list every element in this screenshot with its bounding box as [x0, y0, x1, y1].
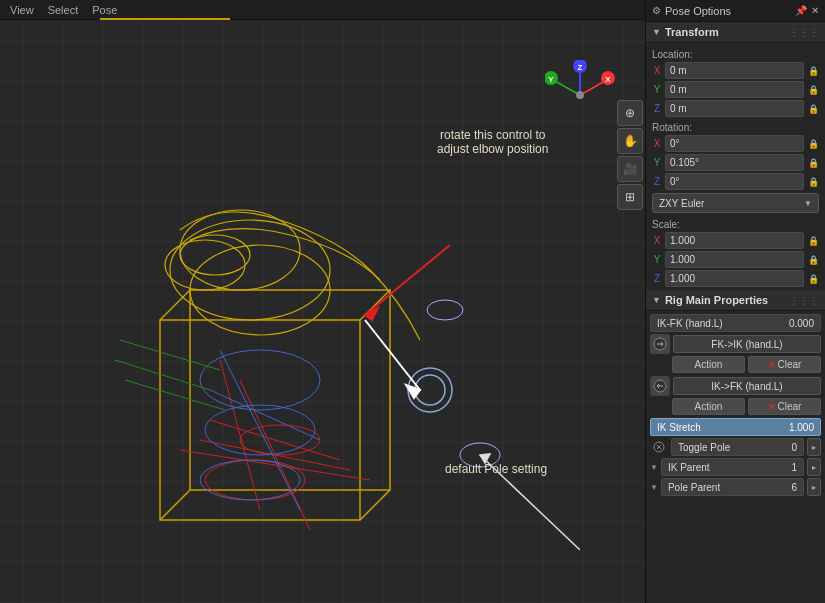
rz-axis-label: Z — [652, 176, 662, 187]
rotation-z-row: Z 0° 🔒 — [646, 172, 825, 191]
scale-label-container: Scale: — [646, 215, 825, 231]
location-y-field[interactable]: 0 m — [665, 81, 804, 98]
toggle-pole-menu[interactable]: ▸ — [807, 438, 821, 456]
ik-fk-field[interactable]: IK-FK (hand.L) 0.000 — [650, 314, 821, 332]
svg-marker-45 — [480, 454, 490, 463]
location-z-row: Z 0 m 🔒 — [646, 99, 825, 118]
pole-parent-collapse[interactable]: ▼ — [650, 483, 658, 492]
rotation-y-lock[interactable]: 🔒 — [807, 158, 819, 168]
panel-topbar-icon: ⚙ — [652, 5, 661, 16]
ik-parent-row: ▼ IK Parent 1 ▸ — [646, 457, 825, 477]
cursor-tool[interactable]: ⊕ — [617, 100, 643, 126]
rig-section-menu[interactable]: ⋮⋮⋮ — [789, 295, 819, 306]
viewport-topbar: View Select Pose — [0, 0, 645, 20]
rotation-x-field[interactable]: 0° — [665, 135, 804, 152]
ry-axis-label: Y — [652, 157, 662, 168]
right-panel: ⚙ Pose Options 📌 ✕ ▼ Transform ⋮⋮⋮ Locat… — [645, 0, 825, 603]
fk-ik-button[interactable]: FK->IK (hand.L) — [673, 335, 821, 353]
sz-axis-label: Z — [652, 273, 662, 284]
ik-parent-menu[interactable]: ▸ — [807, 458, 821, 476]
z-axis-label: Z — [652, 103, 662, 114]
scale-z-field[interactable]: 1.000 — [665, 270, 804, 287]
svg-line-12 — [160, 290, 190, 320]
viewport[interactable]: View Select Pose Z X Y — [0, 0, 645, 603]
rig-section-title: Rig Main Properties — [665, 294, 785, 306]
scale-y-row: Y 1.000 🔒 — [646, 250, 825, 269]
scale-x-field[interactable]: 1.000 — [665, 232, 804, 249]
hand-tool[interactable]: ✋ — [617, 128, 643, 154]
panel-pin-icon[interactable]: 📌 — [795, 5, 807, 16]
location-label: Location: — [646, 45, 825, 61]
rotation-x-lock[interactable]: 🔒 — [807, 139, 819, 149]
svg-line-33 — [120, 340, 220, 370]
location-z-lock[interactable]: 🔒 — [807, 104, 819, 114]
clear-button-2[interactable]: ✕ Clear — [748, 398, 821, 415]
euler-dropdown-arrow: ▼ — [804, 199, 812, 208]
menu-view[interactable]: View — [4, 4, 40, 16]
ik-fk2-icon — [650, 376, 670, 396]
panel-close-icon[interactable]: ✕ — [811, 5, 819, 16]
rotation-y-field[interactable]: 0.105° — [665, 154, 804, 171]
location-x-lock[interactable]: 🔒 — [807, 66, 819, 76]
rotation-z-field[interactable]: 0° — [665, 173, 804, 190]
location-y-lock[interactable]: 🔒 — [807, 85, 819, 95]
sx-axis-label: X — [652, 235, 662, 246]
rotation-z-lock[interactable]: 🔒 — [807, 177, 819, 187]
y-axis-label: Y — [652, 84, 662, 95]
ik-stretch-field[interactable]: IK Stretch 1.000 — [650, 418, 821, 436]
pole-parent-row: ▼ Pole Parent 6 ▸ — [646, 477, 825, 497]
svg-line-15 — [160, 490, 190, 520]
panel-topbar-title: Pose Options — [665, 5, 731, 17]
viewport-tools: ⊕ ✋ 🎥 ⊞ — [617, 100, 643, 210]
toggle-pole-icon — [650, 438, 668, 456]
location-y-row: Y 0 m 🔒 — [646, 80, 825, 99]
svg-line-34 — [115, 360, 210, 390]
wireframe-scene — [60, 80, 580, 580]
grid-tool[interactable]: ⊞ — [617, 184, 643, 210]
rig-section-content: IK-FK (hand.L) 0.000 FK->IK (hand.L) Act… — [646, 311, 825, 499]
svg-line-44 — [480, 455, 580, 550]
svg-line-14 — [360, 490, 390, 520]
scale-z-lock[interactable]: 🔒 — [807, 274, 819, 284]
svg-point-39 — [427, 300, 463, 320]
fk-ik-icon — [650, 334, 670, 354]
toggle-pole-field[interactable]: Toggle Pole 0 — [671, 438, 804, 456]
ik-fk-row: IK-FK (hand.L) 0.000 — [646, 313, 825, 333]
scale-x-row: X 1.000 🔒 — [646, 231, 825, 250]
ik-fk2-button[interactable]: IK->FK (hand.L) — [673, 377, 821, 395]
action-button-2[interactable]: Action — [672, 398, 745, 415]
toggle-pole-row: Toggle Pole 0 ▸ — [646, 437, 825, 457]
panel-topbar-right: 📌 ✕ — [795, 5, 819, 16]
scale-x-lock[interactable]: 🔒 — [807, 236, 819, 246]
pole-parent-field[interactable]: Pole Parent 6 — [661, 478, 804, 496]
clear-x-icon-1: ✕ — [768, 360, 776, 370]
top-line-decoration — [100, 18, 230, 20]
action-clear-row-2: Action ✕ Clear — [668, 397, 825, 417]
scale-y-field[interactable]: 1.000 — [665, 251, 804, 268]
svg-line-40 — [365, 245, 450, 315]
camera-tool[interactable]: 🎥 — [617, 156, 643, 182]
rotation-x-row: X 0° 🔒 — [646, 134, 825, 153]
svg-text:Z: Z — [578, 63, 583, 72]
svg-line-19 — [220, 360, 260, 510]
rotation-y-row: Y 0.105° 🔒 — [646, 153, 825, 172]
svg-line-35 — [125, 380, 225, 410]
transform-section-menu[interactable]: ⋮⋮⋮ — [789, 27, 819, 38]
action-button-1[interactable]: Action — [672, 356, 745, 373]
pole-parent-menu[interactable]: ▸ — [807, 478, 821, 496]
clear-button-1[interactable]: ✕ Clear — [748, 356, 821, 373]
menu-select[interactable]: Select — [42, 4, 85, 16]
rig-section-header[interactable]: ▼ Rig Main Properties ⋮⋮⋮ — [646, 290, 825, 311]
transform-section-title: Transform — [665, 26, 785, 38]
scale-y-lock[interactable]: 🔒 — [807, 255, 819, 265]
location-x-field[interactable]: 0 m — [665, 62, 804, 79]
ik-parent-field[interactable]: IK Parent 1 — [661, 458, 804, 476]
euler-mode-select[interactable]: ZXY Euler ▼ — [652, 193, 819, 213]
transform-section-header[interactable]: ▼ Transform ⋮⋮⋮ — [646, 22, 825, 43]
x-axis-label: X — [652, 65, 662, 76]
svg-point-23 — [200, 350, 320, 410]
menu-pose[interactable]: Pose — [86, 4, 123, 16]
location-z-field[interactable]: 0 m — [665, 100, 804, 117]
ik-parent-collapse[interactable]: ▼ — [650, 463, 658, 472]
svg-point-21 — [205, 460, 305, 500]
